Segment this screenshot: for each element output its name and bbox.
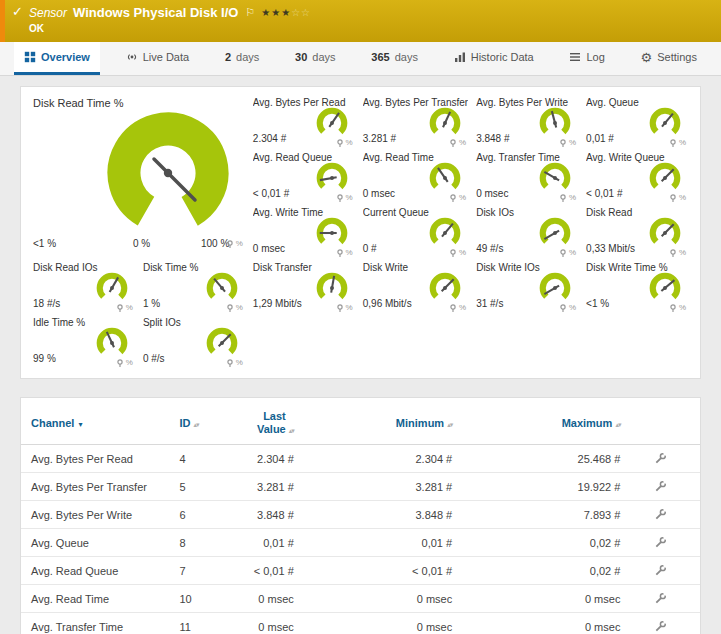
pin-icon[interactable]	[449, 304, 457, 312]
live-data-antenna-icon	[126, 51, 138, 63]
percent-icon[interactable]: %	[126, 303, 133, 312]
percent-icon[interactable]: %	[569, 248, 576, 257]
gauge-value: 3.281 #	[363, 133, 396, 144]
tab-settings[interactable]: ⚙ Settings	[631, 42, 707, 75]
pin-icon[interactable]	[336, 194, 344, 202]
percent-icon[interactable]: %	[236, 239, 243, 248]
stars-filled[interactable]: ★★★	[261, 7, 291, 18]
channel-gauge[interactable]: Disk IOs 49 #/s %	[472, 205, 582, 260]
percent-icon[interactable]: %	[126, 358, 133, 367]
gauge-toggle-icons: %	[559, 303, 576, 312]
channel-gauge[interactable]: Avg. Bytes Per Read 2.304 # %	[249, 95, 359, 150]
percent-icon[interactable]: %	[459, 248, 466, 257]
pin-icon[interactable]	[669, 139, 677, 147]
percent-icon[interactable]: %	[679, 248, 686, 257]
pin-icon[interactable]	[336, 304, 344, 312]
tab-live-data[interactable]: Live Data	[116, 42, 199, 75]
percent-icon[interactable]: %	[569, 138, 576, 147]
wrench-icon[interactable]	[654, 508, 667, 521]
channel-gauge[interactable]: Avg. Bytes Per Transfer 3.281 # %	[359, 95, 472, 150]
percent-icon[interactable]: %	[569, 193, 576, 202]
table-row[interactable]: Avg. Bytes Per Transfer 5 3.281 # 3.281 …	[21, 473, 700, 501]
pin-icon[interactable]	[449, 139, 457, 147]
wrench-icon[interactable]	[654, 564, 667, 577]
wrench-icon[interactable]	[654, 536, 667, 549]
percent-icon[interactable]: %	[346, 248, 353, 257]
percent-icon[interactable]: %	[679, 193, 686, 202]
table-row[interactable]: Avg. Transfer Time 11 0 msec 0 msec 0 ms…	[21, 613, 700, 634]
channel-gauge[interactable]: Idle Time % 99 % %	[29, 315, 139, 370]
percent-icon[interactable]: %	[679, 138, 686, 147]
pin-icon[interactable]	[559, 304, 567, 312]
channel-gauge[interactable]: Disk Transfer 1,29 Mbit/s %	[249, 260, 359, 315]
channel-gauge[interactable]: Split IOs 0 #/s %	[139, 315, 249, 370]
stars-empty[interactable]: ☆☆	[291, 7, 311, 18]
pin-icon[interactable]	[226, 240, 234, 248]
col-maximum[interactable]: Maximum▴▾	[462, 400, 630, 445]
pin-icon[interactable]	[226, 304, 234, 312]
col-id[interactable]: ID▴▾	[169, 400, 214, 445]
col-channel[interactable]: Channel▾	[21, 400, 169, 445]
percent-icon[interactable]: %	[459, 138, 466, 147]
percent-icon[interactable]: %	[679, 303, 686, 312]
table-row[interactable]: Avg. Read Time 10 0 msec 0 msec 0 msec	[21, 585, 700, 613]
gauge-value: 0 #/s	[143, 353, 165, 364]
tab-historic-data[interactable]: Historic Data	[444, 42, 544, 75]
wrench-icon[interactable]	[654, 452, 667, 465]
channel-gauge[interactable]: Disk Write Time % <1 % %	[582, 260, 692, 315]
percent-icon[interactable]: %	[236, 303, 243, 312]
channel-gauge[interactable]: Avg. Queue 0,01 # %	[582, 95, 692, 150]
percent-icon[interactable]: %	[459, 303, 466, 312]
pin-icon[interactable]	[559, 194, 567, 202]
tab-365-days[interactable]: 365days	[361, 42, 428, 75]
pin-icon[interactable]	[669, 249, 677, 257]
pin-icon[interactable]	[116, 304, 124, 312]
percent-icon[interactable]: %	[459, 193, 466, 202]
pin-icon[interactable]	[559, 139, 567, 147]
table-row[interactable]: Avg. Read Queue 7 < 0,01 # < 0,01 # 0,02…	[21, 557, 700, 585]
channel-gauge[interactable]: Avg. Write Queue < 0,01 # %	[582, 150, 692, 205]
channel-gauge[interactable]: Current Queue 0 # %	[359, 205, 472, 260]
table-row[interactable]: Avg. Queue 8 0,01 # 0,01 # 0,02 #	[21, 529, 700, 557]
col-last-value[interactable]: Last Value▴▾	[214, 400, 303, 445]
percent-icon[interactable]: %	[569, 303, 576, 312]
pin-icon[interactable]	[116, 359, 124, 367]
channel-gauge[interactable]: Disk Time % 1 % %	[139, 260, 249, 315]
channel-gauge[interactable]: Avg. Read Time 0 msec %	[359, 150, 472, 205]
channel-gauge[interactable]: Avg. Write Time 0 msec %	[249, 205, 359, 260]
table-row[interactable]: Avg. Bytes Per Write 6 3.848 # 3.848 # 7…	[21, 501, 700, 529]
pin-icon[interactable]	[559, 249, 567, 257]
channel-gauge[interactable]: Disk Read 0,33 Mbit/s %	[582, 205, 692, 260]
channel-gauge[interactable]: Avg. Bytes Per Write 3.848 # %	[472, 95, 582, 150]
historic-data-chart-icon	[454, 51, 466, 63]
pin-icon[interactable]	[449, 194, 457, 202]
tab-overview[interactable]: Overview	[14, 42, 100, 75]
channel-gauge[interactable]: Disk Read IOs 18 #/s %	[29, 260, 139, 315]
wrench-icon[interactable]	[654, 620, 667, 633]
wrench-icon[interactable]	[654, 480, 667, 493]
pin-icon[interactable]	[449, 249, 457, 257]
pin-icon[interactable]	[226, 359, 234, 367]
priority-stars[interactable]: ★★★☆☆	[261, 7, 311, 18]
wrench-icon[interactable]	[654, 592, 667, 605]
channel-gauge[interactable]: Avg. Read Queue < 0,01 # %	[249, 150, 359, 205]
big-gauge[interactable]: Disk Read Time % <1 % 0 % 100 % %	[29, 95, 249, 260]
flag-icon[interactable]: ⚐	[245, 6, 255, 19]
channel-gauge[interactable]: Disk Write IOs 31 #/s %	[472, 260, 582, 315]
percent-icon[interactable]: %	[236, 358, 243, 367]
pin-icon[interactable]	[336, 139, 344, 147]
tab-log[interactable]: Log	[559, 42, 614, 75]
gauge-toggle-icons: %	[336, 248, 353, 257]
tab-2-days[interactable]: 2days	[215, 42, 269, 75]
tab-30-days[interactable]: 30days	[285, 42, 346, 75]
channel-gauge[interactable]: Disk Write 0,96 Mbit/s %	[359, 260, 472, 315]
table-row[interactable]: Avg. Bytes Per Read 4 2.304 # 2.304 # 25…	[21, 445, 700, 473]
col-minimum[interactable]: Minimum▴▾	[304, 400, 462, 445]
pin-icon[interactable]	[669, 194, 677, 202]
percent-icon[interactable]: %	[346, 138, 353, 147]
channel-gauge[interactable]: Avg. Transfer Time 0 msec %	[472, 150, 582, 205]
pin-icon[interactable]	[336, 249, 344, 257]
percent-icon[interactable]: %	[346, 193, 353, 202]
percent-icon[interactable]: %	[346, 303, 353, 312]
pin-icon[interactable]	[669, 304, 677, 312]
